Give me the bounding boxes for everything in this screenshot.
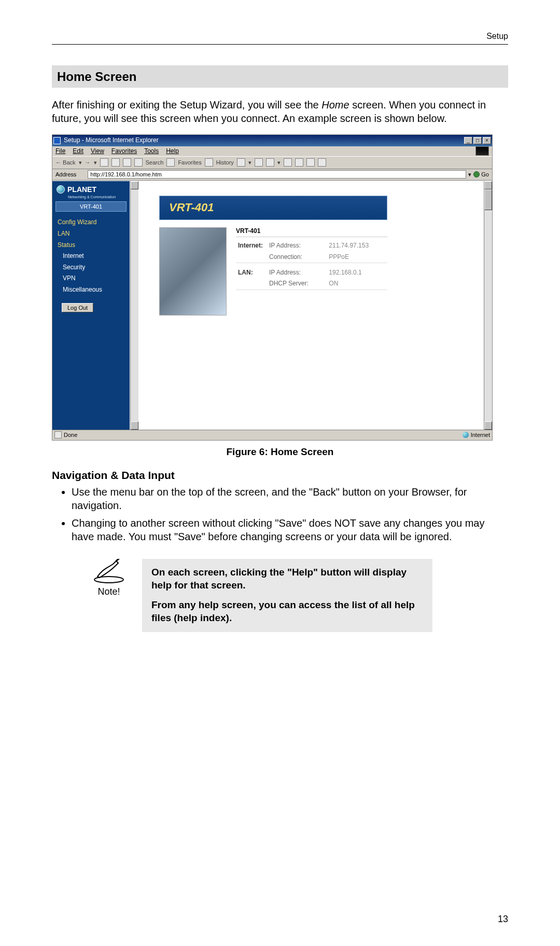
ie-titlebar: Setup - Microsoft Internet Explorer _ □ … [52, 135, 492, 146]
sidebar-scrollbar[interactable] [130, 181, 138, 430]
globe-icon [57, 185, 65, 194]
scroll-up-icon[interactable] [131, 181, 138, 189]
mail-icon[interactable] [237, 158, 245, 167]
mail-dropdown-icon[interactable]: ▾ [248, 159, 251, 166]
close-button[interactable]: × [483, 137, 491, 144]
scroll-down-icon[interactable] [131, 421, 138, 430]
menu-help[interactable]: Help [166, 147, 179, 156]
bullet-2: Changing to another screen without click… [72, 516, 508, 543]
planet-brand: PLANET [67, 185, 96, 194]
status-done: Done [64, 431, 77, 438]
ie-toolbar: ← Back ▾ → ▾ Search Favorites History ▾ … [52, 157, 492, 169]
maximize-button[interactable]: □ [473, 137, 482, 144]
nav-internet[interactable]: Internet [52, 251, 130, 262]
toolbar-forward-dropdown-icon[interactable]: ▾ [94, 159, 97, 166]
toolbar-history-label[interactable]: History [216, 159, 234, 166]
discuss-icon[interactable] [284, 158, 292, 167]
screenshot-figure: Setup - Microsoft Internet Explorer _ □ … [52, 134, 493, 441]
product-image [159, 227, 227, 316]
intro-home-em: Home [321, 99, 349, 111]
ie-content-area: PLANET Networking & Communication VRT-40… [52, 181, 492, 430]
favorites-icon[interactable] [166, 158, 175, 167]
row-dhcp-label: DHCP Server: [267, 278, 327, 290]
status-table: Internet: IP Address: 211.74.97.153 Conn… [236, 240, 387, 290]
nav-data-input-heading: Navigation & Data Input [52, 468, 508, 482]
ie-app-icon [53, 137, 61, 144]
top-rule [52, 44, 508, 45]
menu-file[interactable]: File [55, 147, 65, 156]
bullet-1: Use the menu bar on the top of the scree… [72, 485, 508, 512]
ie-menubar: File Edit View Favorites Tools Help [52, 146, 492, 157]
hand-writing-icon [92, 559, 125, 584]
row-conn-label: Connection: [267, 252, 327, 263]
edit-icon[interactable] [266, 158, 274, 167]
router-page: PLANET Networking & Communication VRT-40… [52, 181, 492, 430]
refresh-icon[interactable] [111, 158, 120, 167]
history-icon[interactable] [205, 158, 213, 167]
sidebar-model: VRT-401 [55, 201, 127, 212]
note-block: Note! On each screen, clicking the "Help… [88, 559, 508, 632]
menu-tools[interactable]: Tools [144, 147, 159, 156]
router-main: VRT-401 VRT-401 Internet: IP Address: 21… [138, 181, 484, 430]
main-scrollbar[interactable] [484, 181, 492, 430]
router-sidebar: PLANET Networking & Communication VRT-40… [52, 181, 130, 430]
minimize-button[interactable]: _ [464, 137, 472, 144]
stop-icon[interactable] [100, 158, 108, 167]
internet-zone-icon [463, 432, 469, 438]
scroll-thumb[interactable] [484, 189, 492, 210]
address-page-icon [78, 171, 86, 178]
intro-paragraph: After finishing or exiting the Setup Wiz… [52, 98, 508, 125]
nav-miscellaneous[interactable]: Miscellaneous [52, 284, 130, 296]
menu-edit[interactable]: Edit [73, 147, 83, 156]
scroll-down-icon[interactable] [484, 421, 492, 430]
figure-caption: Figure 6: Home Screen [52, 446, 508, 459]
status-page-icon [54, 431, 62, 438]
info-title: VRT-401 [236, 227, 387, 238]
nav-security[interactable]: Security [52, 262, 130, 273]
sidebar-nav: Config Wizard LAN Status Internet Securi… [52, 217, 130, 295]
toolbar-search-label[interactable]: Search [146, 159, 164, 166]
misc-icon[interactable] [295, 158, 303, 167]
toolbar-favorites-label[interactable]: Favorites [178, 159, 201, 166]
nav-lan[interactable]: LAN [52, 228, 130, 240]
nav-status[interactable]: Status [52, 240, 130, 251]
nav-bullet-list: Use the menu bar on the top of the scree… [52, 485, 508, 543]
address-label: Address [55, 171, 76, 178]
misc-icon-3[interactable] [318, 158, 326, 167]
row-lan-label: LAN: [236, 267, 267, 279]
row-ipaddr-label: IP Address: [267, 240, 327, 252]
page-number: 13 [498, 913, 508, 925]
go-icon [473, 171, 480, 177]
misc-icon-2[interactable] [306, 158, 315, 167]
toolbar-back-button[interactable]: ← Back [55, 159, 76, 166]
row-lan-ip-label: IP Address: [267, 267, 327, 279]
section-title: Home Screen [52, 65, 508, 88]
ie-brand-logo [475, 146, 489, 156]
toolbar-forward-button[interactable]: → [85, 159, 91, 166]
go-button[interactable]: Go [473, 171, 489, 178]
ie-status-bar: Done Internet [52, 430, 492, 440]
logout-button[interactable]: Log Out [62, 303, 93, 312]
nav-vpn[interactable]: VPN [52, 273, 130, 284]
svg-line-1 [116, 559, 122, 561]
toolbar-back-dropdown-icon[interactable]: ▾ [79, 159, 82, 166]
note-para-1: On each screen, clicking the "Help" butt… [151, 566, 423, 592]
ie-address-bar: Address ▾ Go [52, 169, 492, 181]
note-content: On each screen, clicking the "Help" butt… [142, 559, 432, 632]
address-input[interactable] [88, 170, 466, 179]
scroll-up-icon[interactable] [484, 181, 492, 189]
note-label: Note! [88, 586, 130, 598]
search-icon[interactable] [134, 158, 143, 167]
print-icon[interactable] [255, 158, 263, 167]
running-head: Setup [52, 31, 508, 42]
nav-config-wizard[interactable]: Config Wizard [52, 217, 130, 228]
menu-view[interactable]: View [91, 147, 104, 156]
go-label: Go [481, 171, 489, 178]
intro-before: After finishing or exiting the Setup Wiz… [52, 99, 321, 111]
edit-dropdown-icon[interactable]: ▾ [277, 159, 281, 166]
address-dropdown-icon[interactable]: ▾ [468, 171, 471, 178]
row-ipaddr-value: 211.74.97.153 [327, 240, 387, 252]
row-conn-value: PPPoE [327, 252, 387, 263]
home-icon[interactable] [123, 158, 131, 167]
menu-favorites[interactable]: Favorites [111, 147, 137, 156]
